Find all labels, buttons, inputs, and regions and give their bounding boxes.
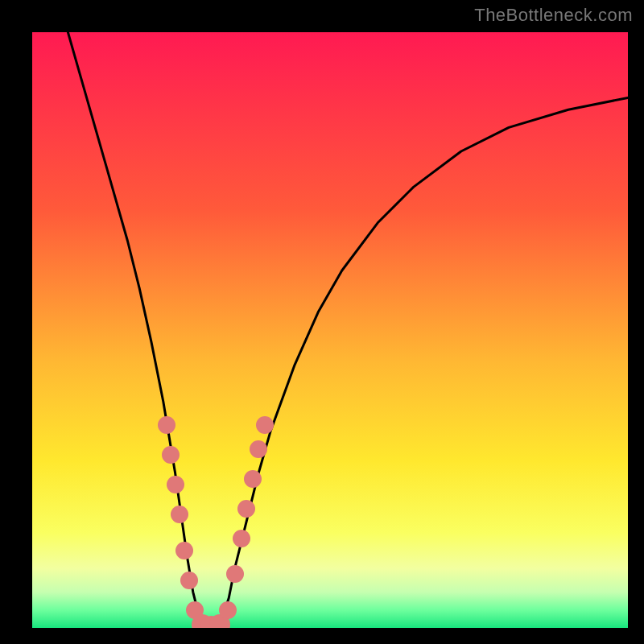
chart-frame: TheBottleneck.com xyxy=(0,0,644,644)
curve-marker xyxy=(219,601,237,619)
curve-marker xyxy=(226,565,244,583)
curve-marker xyxy=(180,572,198,589)
svg-rect-0 xyxy=(32,32,628,628)
curve-marker xyxy=(256,416,274,434)
curve-marker xyxy=(162,446,180,464)
curve-marker xyxy=(233,530,250,547)
curve-marker xyxy=(175,542,193,559)
curve-marker xyxy=(158,416,175,434)
curve-marker xyxy=(237,500,255,518)
plot-area xyxy=(32,32,628,628)
background-gradient xyxy=(32,32,628,628)
curve-marker xyxy=(171,506,188,523)
curve-marker xyxy=(167,476,184,493)
watermark-text: TheBottleneck.com xyxy=(474,5,633,26)
curve-marker xyxy=(244,470,262,488)
curve-marker xyxy=(250,440,267,458)
